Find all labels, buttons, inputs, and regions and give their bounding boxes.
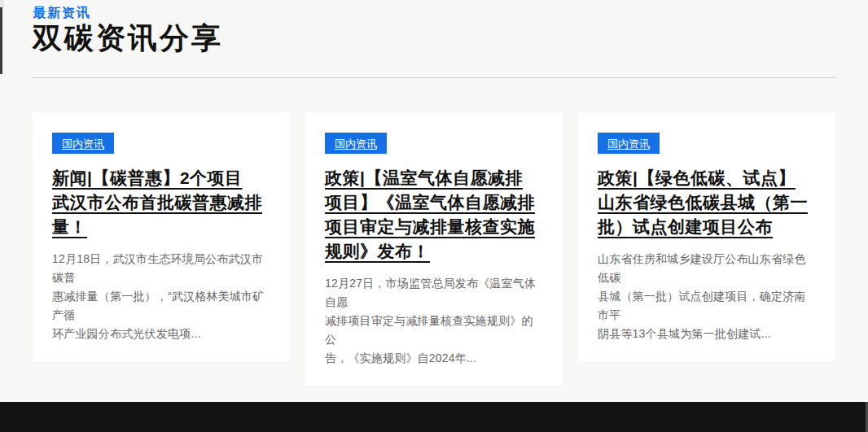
category-tag-badge[interactable]: 国内资讯 [325,133,387,154]
window-edge-strip [0,7,2,74]
news-card-title[interactable]: 新闻|【碳普惠】2个项目 武汉市公布首批碳普惠减排 量！ [52,166,270,239]
main-content: 最新资讯 双碳资讯分享 国内资讯 新闻|【碳普惠】2个项目 武汉市公布首批碳普惠… [0,0,868,386]
page-title: 双碳资讯分享 [33,21,836,55]
header-divider [33,77,836,78]
news-card-title[interactable]: 政策|【温室气体自愿减排 项目】《温室气体自愿减排 项目审定与减排量核查实施 规… [325,166,543,264]
news-card[interactable]: 国内资讯 政策|【绿色低碳、试点】 山东省绿色低碳县城（第一 批）试点创建项目公… [578,112,835,361]
page-root: { "page": { "accent_blue": "#1570e6", "b… [0,0,868,432]
news-card-excerpt: 12月18日，武汉市生态环境局公布武汉市碳普 惠减排量（第一批），“武汉格林美城… [52,250,270,343]
window-edge-notch [0,0,4,7]
news-cards-row: 国内资讯 新闻|【碳普惠】2个项目 武汉市公布首批碳普惠减排 量！ 12月18日… [33,112,836,386]
section-eyebrow: 最新资讯 [33,5,836,21]
footer-bar [0,402,868,432]
news-card[interactable]: 国内资讯 新闻|【碳普惠】2个项目 武汉市公布首批碳普惠减排 量！ 12月18日… [33,112,290,361]
category-tag-badge[interactable]: 国内资讯 [52,133,114,154]
category-tag-badge[interactable]: 国内资讯 [598,133,660,154]
news-card-excerpt: 12月27日，市场监管总局发布《温室气体自愿 减排项目审定与减排量核查实施规则》… [325,274,543,368]
news-card-title[interactable]: 政策|【绿色低碳、试点】 山东省绿色低碳县城（第一 批）试点创建项目公布 [598,166,816,239]
news-card-excerpt: 山东省住房和城乡建设厅公布山东省绿色低碳 县城（第一批）试点创建项目，确定济南市… [598,250,816,343]
news-card[interactable]: 国内资讯 政策|【温室气体自愿减排 项目】《温室气体自愿减排 项目审定与减排量核… [305,112,563,386]
